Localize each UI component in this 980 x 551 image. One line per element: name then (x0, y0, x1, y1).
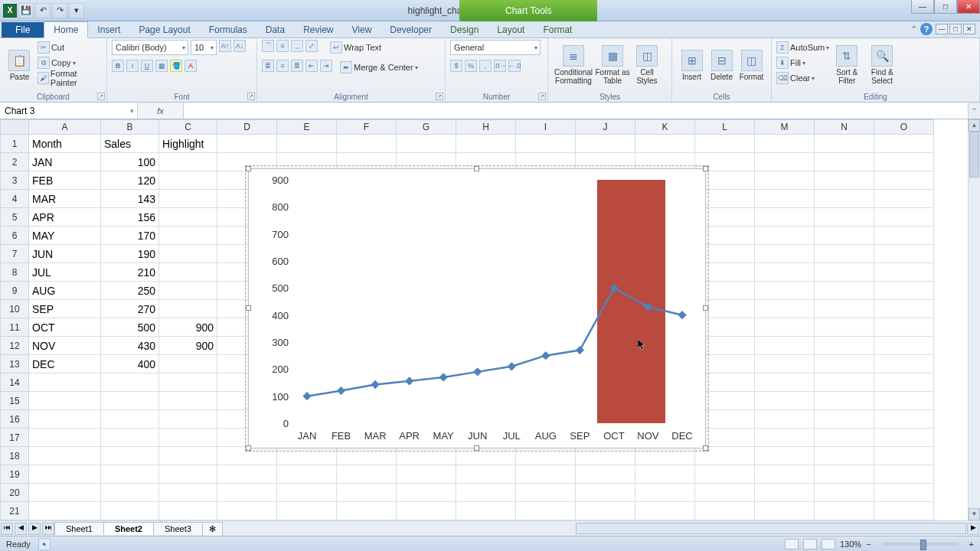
increase-font-icon[interactable]: A↑ (219, 40, 231, 52)
cell[interactable] (815, 263, 874, 282)
first-sheet-button[interactable]: ⏮ (1, 523, 13, 535)
cell[interactable] (874, 484, 934, 502)
vertical-scrollbar[interactable]: ▲ ▼ (968, 119, 980, 520)
tab-file[interactable]: File (2, 22, 44, 37)
cell[interactable]: NOV (29, 337, 101, 355)
workbook-close-button[interactable]: ✕ (963, 24, 975, 34)
cell[interactable] (755, 190, 815, 208)
font-size-select[interactable]: 10 (191, 40, 217, 55)
cell[interactable] (516, 502, 576, 520)
row-header[interactable]: 20 (0, 484, 29, 502)
cell[interactable] (815, 465, 874, 484)
cell[interactable] (397, 484, 456, 502)
column-header[interactable]: L (695, 119, 755, 135)
cell[interactable] (159, 153, 217, 171)
cell[interactable] (755, 447, 815, 465)
decrease-indent-icon[interactable]: ⇤ (305, 60, 318, 72)
cell[interactable] (874, 429, 934, 447)
cell[interactable] (755, 135, 815, 153)
redo-icon[interactable]: ↷ (52, 3, 67, 18)
cell[interactable] (874, 171, 934, 190)
cell[interactable] (159, 227, 217, 245)
scroll-thumb[interactable] (969, 132, 979, 178)
cell[interactable] (29, 502, 101, 520)
cell[interactable] (815, 410, 874, 429)
tab-design[interactable]: Design (441, 22, 488, 37)
row-header[interactable]: 4 (0, 190, 29, 208)
cell[interactable] (159, 245, 217, 263)
italic-button[interactable]: I (126, 60, 139, 72)
cell[interactable] (159, 300, 217, 318)
cell[interactable]: JUL (29, 263, 101, 282)
worksheet-grid[interactable]: ABCDEFGHIJKLMNO 1MonthSalesHighlight2JAN… (0, 119, 980, 520)
resize-handle[interactable] (703, 305, 708, 311)
column-header[interactable]: M (755, 119, 815, 135)
cell[interactable] (815, 484, 874, 502)
cell[interactable] (635, 484, 695, 502)
cell[interactable] (695, 484, 755, 502)
cell[interactable] (755, 373, 815, 392)
excel-icon[interactable]: X (3, 4, 17, 18)
cell[interactable]: 430 (101, 337, 159, 355)
cell[interactable] (159, 484, 217, 502)
merge-center-button[interactable]: ⬌Merge & Center ▾ (340, 60, 418, 75)
autosum-button[interactable]: ΣAutoSum ▾ (776, 40, 829, 55)
column-header[interactable]: A (29, 119, 101, 135)
cell[interactable] (755, 282, 815, 300)
resize-handle[interactable] (703, 166, 708, 171)
cell[interactable]: 143 (101, 190, 159, 208)
cell[interactable]: 400 (101, 355, 159, 373)
close-button[interactable]: ✕ (957, 0, 980, 14)
row-header[interactable]: 1 (0, 135, 29, 153)
tab-developer[interactable]: Developer (381, 22, 441, 37)
decrease-font-icon[interactable]: A↓ (234, 40, 246, 52)
cell[interactable] (815, 208, 874, 227)
cell[interactable] (159, 373, 217, 392)
delete-cells-button[interactable]: ⊟Delete (707, 40, 737, 90)
cell[interactable]: 900 (159, 337, 217, 355)
row-header[interactable]: 5 (0, 208, 29, 227)
row-header[interactable]: 2 (0, 153, 29, 171)
cell[interactable] (29, 465, 101, 484)
resize-handle[interactable] (474, 445, 479, 451)
cell[interactable] (101, 373, 159, 392)
cell[interactable] (29, 447, 101, 465)
cell[interactable] (755, 355, 815, 373)
cell[interactable] (874, 208, 934, 227)
cell[interactable] (815, 171, 874, 190)
cell[interactable] (159, 208, 217, 227)
cell[interactable] (456, 465, 516, 484)
prev-sheet-button[interactable]: ◀ (15, 523, 27, 535)
cell[interactable] (815, 245, 874, 263)
cell[interactable] (695, 465, 755, 484)
cell[interactable] (755, 502, 815, 520)
font-launcher[interactable]: ↗ (247, 93, 255, 100)
cell[interactable]: 120 (101, 171, 159, 190)
cell[interactable] (874, 227, 934, 245)
align-middle-icon[interactable]: ≡ (276, 40, 289, 52)
tab-insert[interactable]: Insert (88, 22, 129, 37)
cell[interactable] (217, 502, 277, 520)
cell[interactable]: DEC (29, 355, 101, 373)
cell[interactable] (815, 502, 874, 520)
cell[interactable] (159, 447, 217, 465)
find-select-button[interactable]: 🔍Find & Select (864, 40, 900, 90)
embedded-chart[interactable]: 0100200300400500600700800900JANFEBMARAPR… (248, 168, 706, 448)
font-name-select[interactable]: Calibri (Body) (112, 40, 188, 55)
cell[interactable] (101, 502, 159, 520)
minimize-button[interactable]: — (911, 0, 934, 14)
cell[interactable] (874, 502, 934, 520)
cell[interactable] (516, 465, 576, 484)
cell[interactable]: FEB (29, 171, 101, 190)
cell[interactable] (159, 190, 217, 208)
cell[interactable]: 250 (101, 282, 159, 300)
column-header[interactable]: F (337, 119, 397, 135)
resize-handle[interactable] (246, 305, 251, 311)
page-break-view-button[interactable] (822, 539, 835, 549)
cell[interactable] (337, 484, 397, 502)
cell[interactable] (815, 447, 874, 465)
row-header[interactable]: 9 (0, 282, 29, 300)
clear-button[interactable]: ⌫Clear ▾ (776, 70, 829, 86)
wrap-text-button[interactable]: ↩Wrap Text (330, 40, 381, 55)
cell[interactable] (277, 135, 337, 153)
